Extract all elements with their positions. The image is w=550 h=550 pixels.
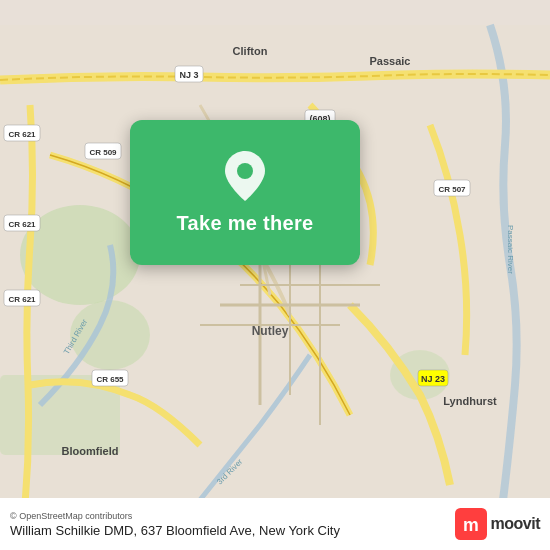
svg-text:CR 509: CR 509 [89,148,117,157]
moovit-icon: m [455,508,487,540]
svg-text:Passaic: Passaic [370,55,411,67]
svg-text:CR 621: CR 621 [8,220,36,229]
location-text: William Schilkie DMD, 637 Bloomfield Ave… [10,523,340,538]
take-me-there-button[interactable]: Take me there [177,212,314,235]
moovit-logo: m moovit [455,508,540,540]
map-container: NJ 3 CR 509 CR 509 CR 621 CR 621 CR 621 … [0,0,550,550]
svg-point-39 [237,163,253,179]
svg-text:Nutley: Nutley [252,324,289,338]
bottom-bar: © OpenStreetMap contributors William Sch… [0,498,550,550]
location-name: William Schilkie DMD, 637 Bloomfield Ave… [10,523,445,538]
svg-text:Bloomfield: Bloomfield [62,445,119,457]
svg-text:Lyndhurst: Lyndhurst [443,395,497,407]
svg-text:CR 621: CR 621 [8,130,36,139]
svg-text:Passaic River: Passaic River [506,225,515,274]
svg-text:CR 621: CR 621 [8,295,36,304]
osm-credit: © OpenStreetMap contributors [10,511,445,521]
osm-credit-text: © OpenStreetMap contributors [10,511,132,521]
take-me-there-panel[interactable]: Take me there [130,120,360,265]
location-pin-icon [223,150,267,202]
moovit-text: moovit [491,515,540,533]
svg-text:Clifton: Clifton [233,45,268,57]
svg-text:CR 655: CR 655 [96,375,124,384]
svg-text:NJ 3: NJ 3 [179,70,198,80]
svg-text:CR 507: CR 507 [438,185,466,194]
map-background: NJ 3 CR 509 CR 509 CR 621 CR 621 CR 621 … [0,0,550,550]
bottom-left-info: © OpenStreetMap contributors William Sch… [10,511,445,538]
svg-text:m: m [463,515,479,535]
svg-text:NJ 23: NJ 23 [421,374,445,384]
